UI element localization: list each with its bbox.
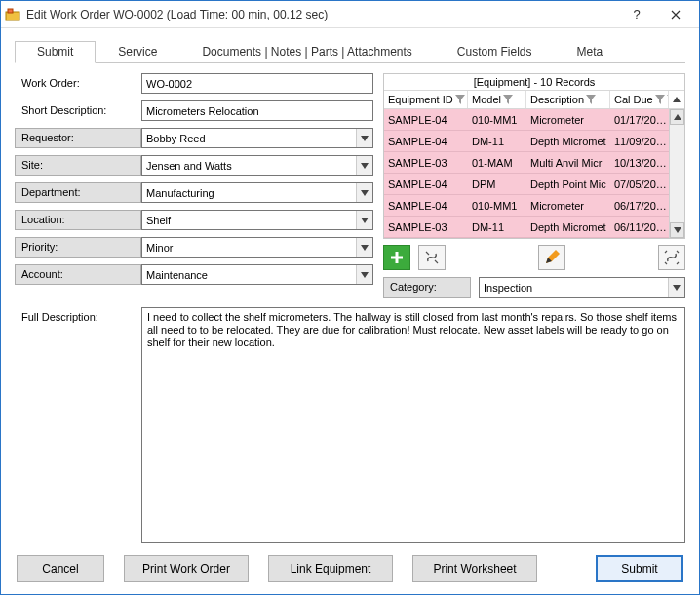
chevron-down-icon[interactable]: [356, 156, 372, 175]
table-row[interactable]: SAMPLE-04DPMDepth Point Mic07/05/2021: [384, 174, 684, 195]
combo-category[interactable]: [479, 277, 685, 298]
unlink-button[interactable]: [418, 245, 446, 270]
cell-equipment-id: SAMPLE-04: [384, 136, 468, 147]
label-priority[interactable]: Priority:: [15, 237, 141, 258]
cell-equipment-id: SAMPLE-03: [384, 157, 468, 169]
label-site[interactable]: Site:: [15, 155, 141, 176]
input-location[interactable]: [142, 211, 356, 229]
tab-attachments[interactable]: Documents | Notes | Parts | Attachments: [179, 41, 434, 63]
col-model[interactable]: Model: [468, 91, 526, 108]
filter-icon[interactable]: [455, 95, 465, 104]
textarea-full-description[interactable]: [141, 307, 685, 543]
link-equipment-button[interactable]: Link Equipment: [268, 555, 393, 582]
print-worksheet-button[interactable]: Print Worksheet: [412, 555, 537, 582]
label-full-description: Full Description:: [15, 307, 141, 327]
unlink-all-button[interactable]: [658, 245, 685, 270]
close-button[interactable]: [656, 2, 695, 27]
cell-description: Micrometer: [526, 114, 610, 126]
chevron-down-icon[interactable]: [356, 129, 372, 147]
input-requestor[interactable]: [142, 129, 356, 147]
bottom-button-bar: Cancel Print Work Order Link Equipment P…: [15, 555, 685, 584]
chevron-down-icon[interactable]: [356, 211, 372, 229]
form-area: Work Order: Short Description: Requestor…: [15, 73, 685, 298]
chevron-down-icon[interactable]: [356, 265, 372, 284]
filter-icon[interactable]: [655, 95, 665, 104]
equipment-toolbar: [383, 245, 685, 270]
table-row[interactable]: SAMPLE-0301-MAMMulti Anvil Micr10/13/202…: [384, 152, 684, 174]
tab-submit[interactable]: Submit: [15, 41, 96, 63]
input-account[interactable]: [142, 265, 356, 284]
cell-equipment-id: SAMPLE-04: [384, 200, 468, 212]
chevron-down-icon[interactable]: [668, 278, 684, 297]
cell-description: Multi Anvil Micr: [526, 157, 610, 169]
cell-model: DPM: [468, 178, 526, 190]
equipment-grid-title: [Equipment] - 10 Records: [384, 74, 684, 90]
col-cal-due[interactable]: Cal Due: [610, 91, 669, 108]
dialog-window: Edit Work Order WO-0002 (Load Time: 00 m…: [0, 0, 700, 595]
cell-model: 01-MAM: [468, 157, 526, 169]
scroll-up-icon[interactable]: [670, 109, 684, 125]
cell-description: Depth Point Mic: [526, 178, 610, 190]
combo-department[interactable]: [141, 182, 373, 203]
table-row[interactable]: SAMPLE-03DM-11Depth Micromet06/11/2021: [384, 217, 684, 238]
equipment-grid-columns: Equipment ID Model Description Cal Due: [384, 90, 684, 109]
label-location[interactable]: Location:: [15, 210, 141, 230]
svg-rect-1: [8, 9, 13, 13]
table-row[interactable]: SAMPLE-04010-MM1Micrometer06/17/2021: [384, 195, 684, 217]
cell-description: Depth Micromet: [526, 136, 610, 147]
tab-custom-fields[interactable]: Custom Fields: [435, 41, 555, 63]
col-description[interactable]: Description: [526, 91, 610, 108]
right-column: [Equipment] - 10 Records Equipment ID Mo…: [383, 73, 685, 298]
tab-bar: Submit Service Documents | Notes | Parts…: [15, 40, 685, 63]
input-work-order[interactable]: [141, 73, 373, 94]
combo-requestor[interactable]: [141, 128, 373, 148]
combo-priority[interactable]: [141, 237, 373, 258]
filter-icon[interactable]: [586, 95, 596, 104]
cell-equipment-id: SAMPLE-04: [384, 114, 468, 126]
col-equipment-id[interactable]: Equipment ID: [384, 91, 468, 108]
window-title: Edit Work Order WO-0002 (Load Time: 00 m…: [26, 8, 617, 21]
chevron-down-icon[interactable]: [356, 238, 372, 257]
combo-account[interactable]: [141, 264, 373, 285]
input-site[interactable]: [142, 156, 356, 175]
left-column: Work Order: Short Description: Requestor…: [15, 73, 373, 298]
chevron-down-icon[interactable]: [356, 183, 372, 202]
cell-model: 010-MM1: [468, 114, 526, 126]
input-short-desc[interactable]: [141, 100, 373, 121]
submit-button[interactable]: Submit: [596, 555, 683, 582]
print-work-order-button[interactable]: Print Work Order: [124, 555, 249, 582]
label-requestor[interactable]: Requestor:: [15, 128, 141, 148]
input-department[interactable]: [142, 183, 356, 202]
content-area: Submit Service Documents | Notes | Parts…: [1, 28, 699, 594]
tab-meta[interactable]: Meta: [555, 41, 626, 63]
table-row[interactable]: SAMPLE-04DM-11Depth Micromet11/09/2021: [384, 131, 684, 152]
label-short-desc: Short Description:: [15, 100, 141, 121]
label-department[interactable]: Department:: [15, 182, 141, 203]
cell-model: DM-11: [468, 136, 526, 147]
add-button[interactable]: [383, 245, 410, 270]
combo-location[interactable]: [141, 210, 373, 230]
help-button[interactable]: ?: [617, 2, 656, 27]
tab-service[interactable]: Service: [96, 41, 179, 63]
label-account[interactable]: Account:: [15, 264, 141, 285]
cell-equipment-id: SAMPLE-04: [384, 178, 468, 190]
full-description-row: Full Description:: [15, 307, 685, 543]
scroll-down-icon[interactable]: [670, 222, 684, 238]
edit-button[interactable]: [538, 245, 565, 270]
input-priority[interactable]: [142, 238, 356, 257]
input-category[interactable]: [480, 278, 668, 297]
filter-icon[interactable]: [503, 95, 513, 104]
table-row[interactable]: SAMPLE-04010-MM1Micrometer01/17/2022: [384, 109, 684, 131]
equipment-grid: [Equipment] - 10 Records Equipment ID Mo…: [383, 73, 685, 239]
cell-description: Micrometer: [526, 200, 610, 212]
cell-description: Depth Micromet: [526, 221, 610, 233]
scroll-up-header[interactable]: [669, 91, 684, 108]
combo-site[interactable]: [141, 155, 373, 176]
cell-equipment-id: SAMPLE-03: [384, 221, 468, 233]
label-category[interactable]: Category:: [383, 277, 471, 298]
cell-model: DM-11: [468, 221, 526, 233]
cancel-button[interactable]: Cancel: [17, 555, 104, 582]
app-icon: [5, 7, 20, 22]
equipment-grid-body: SAMPLE-04010-MM1Micrometer01/17/2022SAMP…: [384, 109, 684, 238]
scrollbar[interactable]: [669, 109, 684, 238]
